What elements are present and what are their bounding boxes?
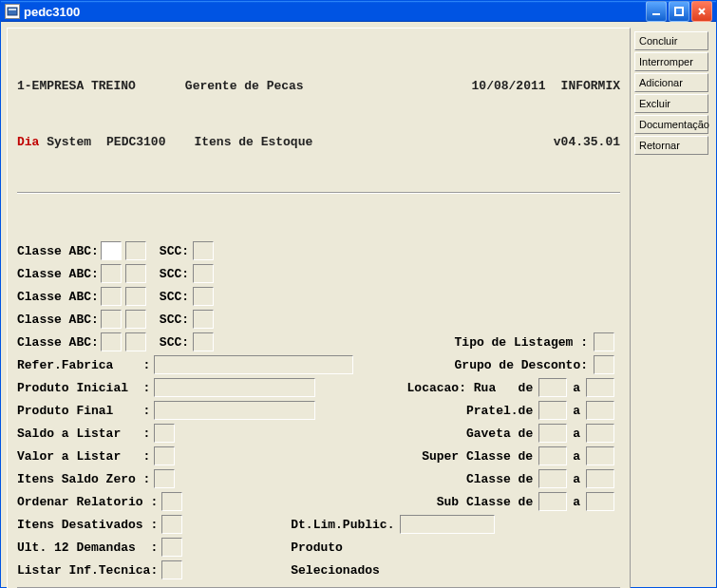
itens-desativados-input[interactable] (161, 515, 182, 534)
dia-label: Dia (17, 133, 39, 152)
title-bar: pedc3100 (1, 1, 716, 22)
label-selecionados: Selecionados (291, 563, 380, 578)
role-label: Gerente de Pecas (185, 77, 304, 96)
classe-abc-input-5[interactable] (101, 332, 122, 351)
label-locacao-rua: Locacao: Rua de (407, 381, 534, 395)
label-itens-desativados: Itens Desativados : (17, 518, 158, 532)
produto-final-input[interactable] (154, 401, 315, 420)
header-block: 1-EMPRESA TREINO Gerente de Pecas 10/08/… (17, 40, 620, 188)
concluir-button[interactable]: Concluir (634, 31, 708, 50)
label-saldo-listar: Saldo a Listar : (17, 427, 150, 441)
label-produto-inicial: Produto Inicial : (17, 381, 150, 395)
adicionar-button[interactable]: Adicionar (634, 73, 708, 92)
classe-abc-input-4[interactable] (101, 310, 122, 329)
scc-input-2[interactable] (193, 264, 214, 283)
rua-de-input[interactable] (538, 378, 567, 397)
label-listar-inf: Listar Inf.Tecnica: (17, 563, 158, 578)
sub-de-input[interactable] (538, 492, 567, 511)
date-label: 10/08/2011 (472, 77, 546, 96)
form-area: Classe ABC: SCC: Classe ABC: SCC: Cl (17, 239, 620, 581)
label-scc-2: SCC: (160, 267, 189, 281)
label-super-classe: Super Classe de (422, 449, 533, 464)
label-classe: Classe de (466, 472, 533, 486)
scc-input-3[interactable] (193, 287, 214, 306)
ult-12-input[interactable] (161, 538, 182, 557)
label-scc-5: SCC: (160, 335, 189, 350)
tipo-listagem-input[interactable] (594, 332, 614, 351)
label-classe-abc: Classe ABC: (17, 244, 99, 258)
label-classe-abc-3: Classe ABC: (17, 290, 99, 304)
documentacao-button[interactable]: Documentação (634, 115, 708, 134)
pratel-a-input[interactable] (586, 401, 614, 420)
label-tipo-listagem: Tipo de Listagem : (455, 335, 588, 350)
produto-inicial-input[interactable] (154, 378, 315, 397)
classe-a-input[interactable] (586, 469, 614, 488)
scc-input-1[interactable] (193, 241, 214, 260)
label-grupo-desconto: Grupo de Desconto: (455, 358, 588, 372)
gaveta-a-input[interactable] (586, 424, 614, 443)
label-ordenar-relatorio: Ordenar Relatorio : (17, 495, 158, 509)
retornar-button[interactable]: Retornar (634, 136, 708, 155)
app-window: pedc3100 1-EMPRESA TREINO Gerente de Pec… (0, 0, 717, 588)
super-a-input[interactable] (586, 446, 614, 465)
label-produto: Produto (291, 541, 343, 555)
label-valor-listar: Valor a Listar : (17, 449, 150, 464)
svg-rect-1 (9, 9, 16, 10)
close-button[interactable] (691, 1, 712, 22)
svg-rect-3 (675, 8, 683, 15)
label-pratel: Pratel.de (466, 404, 533, 418)
label-a-4: a (573, 449, 580, 464)
classe-abc-input-2b[interactable] (125, 264, 146, 283)
rua-a-input[interactable] (586, 378, 614, 397)
saldo-listar-input[interactable] (154, 424, 175, 443)
grupo-desconto-input[interactable] (594, 355, 614, 374)
label-itens-saldo-zero: Itens Saldo Zero : (17, 472, 150, 486)
app-icon (5, 4, 20, 19)
classe-abc-input-1b[interactable] (125, 241, 146, 260)
super-de-input[interactable] (538, 446, 567, 465)
sidebar: Concluir Interromper Adicionar Excluir D… (634, 28, 708, 588)
dtlim-input[interactable] (400, 515, 495, 534)
header-separator (17, 192, 620, 194)
program-label: PEDC3100 (106, 133, 165, 152)
label-scc-3: SCC: (160, 290, 189, 304)
classe-abc-input-4b[interactable] (125, 310, 146, 329)
label-classe-abc-2: Classe ABC: (17, 267, 99, 281)
db-label: INFORMIX (561, 77, 620, 96)
minimize-button[interactable] (646, 1, 667, 22)
classe-abc-input-3[interactable] (101, 287, 122, 306)
label-dtlim: Dt.Lim.Public. (291, 518, 394, 532)
label-a-1: a (573, 381, 580, 395)
itens-saldo-zero-input[interactable] (154, 469, 175, 488)
listar-inf-input[interactable] (161, 560, 182, 579)
label-classe-abc-4: Classe ABC: (17, 313, 99, 327)
ordenar-relatorio-input[interactable] (161, 492, 182, 511)
classe-abc-input-5b[interactable] (125, 332, 146, 351)
pratel-de-input[interactable] (538, 401, 567, 420)
svg-rect-2 (652, 13, 660, 15)
classe-abc-input-3b[interactable] (125, 287, 146, 306)
label-scc-4: SCC: (160, 313, 189, 327)
excluir-button[interactable]: Excluir (634, 94, 708, 113)
label-scc: SCC: (160, 244, 189, 258)
refer-fabrica-input[interactable] (154, 355, 353, 374)
main-panel: 1-EMPRESA TREINO Gerente de Pecas 10/08/… (7, 28, 631, 588)
system-label: System (47, 133, 91, 152)
label-ult-12: Ult. 12 Demandas : (17, 541, 158, 555)
classe-abc-input-1[interactable] (101, 241, 122, 260)
window-title: pedc3100 (24, 5, 80, 19)
label-a-3: a (573, 427, 580, 441)
classe-abc-input-2[interactable] (101, 264, 122, 283)
subtitle-label: Itens de Estoque (194, 133, 312, 152)
scc-input-5[interactable] (193, 332, 214, 351)
scc-input-4[interactable] (193, 310, 214, 329)
classe-de-input[interactable] (538, 469, 567, 488)
label-sub-classe: Sub Classe de (437, 495, 533, 509)
sub-a-input[interactable] (586, 492, 614, 511)
valor-listar-input[interactable] (154, 446, 175, 465)
maximize-button[interactable] (669, 1, 689, 22)
gaveta-de-input[interactable] (538, 424, 567, 443)
interromper-button[interactable]: Interromper (634, 52, 708, 71)
label-refer-fabrica: Refer.Fabrica : (17, 358, 150, 372)
label-a-6: a (573, 495, 580, 509)
